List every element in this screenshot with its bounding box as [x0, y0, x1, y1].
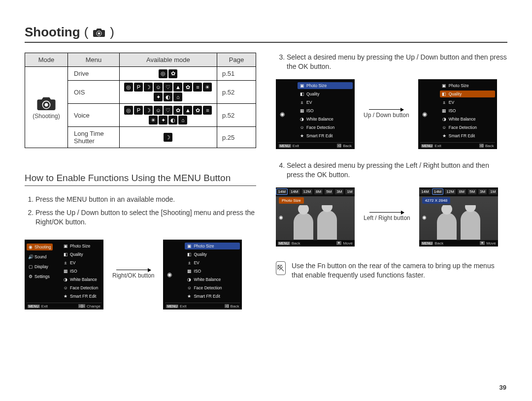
arrow-right-ok: Right/OK button	[112, 270, 154, 279]
size-strip: 14M 14M 12M 8M 5M 3M 1M	[276, 187, 355, 196]
menu-cell: OIS	[68, 81, 120, 104]
th-mode: Mode	[25, 53, 68, 67]
svg-point-3	[44, 103, 48, 107]
menu-item-smartfr: ★Smart FR Edit	[298, 132, 353, 139]
mode-caption: (Shooting)	[29, 113, 64, 120]
mode-icon: ≡	[193, 83, 202, 92]
sample-photo	[276, 205, 355, 240]
lcd-screen-c: ◉ ▣Photo Size ◧Quality ±EV ▦ISO ◑White B…	[276, 79, 355, 149]
person-icon	[317, 210, 337, 240]
arrow-label: Right/OK button	[112, 272, 154, 279]
menu-item-quality: ◧Quality	[298, 91, 353, 97]
photo-size-label: Photo Size	[279, 197, 304, 204]
tab-label: Shooting	[34, 245, 51, 249]
sample-photo	[419, 205, 498, 240]
lcd-menu-list: ▣Photo Size ◧Quality ±EV ▦ISO ◑White Bal…	[185, 243, 240, 300]
menu-item-wb: ◑White Balance	[185, 276, 240, 283]
step-1: Press the MENU button in an available mo…	[35, 195, 256, 204]
lcd-footer: MENUBack ✦Move	[419, 240, 498, 247]
size-option: 1M	[489, 189, 497, 194]
size-option: 5M	[325, 189, 333, 194]
steps-list-right: Select a desired menu by pressing the Up…	[276, 53, 507, 71]
mode-icon: P	[134, 106, 143, 115]
page-cell: p.52	[217, 81, 256, 104]
mode-cell: (Shooting)	[25, 67, 68, 148]
mode-icon: ◎	[124, 106, 133, 115]
menu-item-face: ☺Face Detection	[185, 284, 240, 291]
menu-item-face: ☺Face Detection	[298, 124, 353, 131]
mode-icon: ▲	[173, 83, 182, 92]
menu-item-iso: ▦ISO	[298, 107, 353, 114]
iso-icon: ▦	[63, 269, 68, 274]
ev-icon: ±	[63, 260, 68, 265]
camera-icon: ◉	[167, 271, 172, 278]
lcd-tab-sound: 🔊 Sound	[27, 253, 53, 260]
mode-icon: ☽	[164, 133, 172, 142]
steps-list-right-4: Select a desired menu by pressing the Le…	[276, 161, 507, 180]
menu-item-quality: ◧Quality	[185, 251, 240, 258]
tab-label: Settings	[34, 274, 50, 279]
mode-icon: ☽	[144, 83, 153, 92]
arrow-label: Up / Down button	[364, 112, 409, 119]
page-number: 39	[499, 384, 506, 391]
mode-icon: ♡	[164, 83, 172, 92]
display-icon: ▢	[28, 264, 33, 269]
size-option: 3M	[335, 189, 343, 194]
menu-item-quality: ◧Quality	[440, 91, 495, 97]
svg-point-1	[98, 32, 100, 34]
menu-item-photosize: ▣Photo Size	[185, 243, 240, 249]
menu-item-ev: ±EV	[61, 259, 101, 266]
mode-icon: ☀	[149, 116, 158, 124]
foot-change: Change	[87, 304, 100, 308]
size-option: 1M	[345, 189, 354, 194]
th-available: Available mode	[119, 53, 217, 67]
lcd-tab-shooting: ◉ Shooting	[27, 244, 53, 250]
gear-icon: ⚙	[28, 274, 33, 279]
arrow-up-down: Up / Down button	[364, 109, 409, 119]
section-heading: How to Enable Functions Using the MENU B…	[25, 173, 256, 184]
size-option: 12M	[445, 189, 456, 194]
lcd-group-step2: ◉ Shooting 🔊 Sound ▢ Display ⚙	[25, 240, 256, 309]
mode-icon: P	[134, 83, 143, 92]
lcd-footer: MENUExit ◁Back	[420, 142, 495, 148]
face-icon: ☺	[63, 285, 68, 290]
th-menu: Menu	[68, 53, 120, 67]
speaker-icon: 🔊	[28, 254, 33, 259]
menu-item-photosize: ▣Photo Size	[440, 82, 495, 89]
lcd-screen-d: ◉ ▣Photo Size ◧Quality ±EV ▦ISO ◑White B…	[418, 79, 497, 149]
size-option: 5M	[468, 189, 476, 194]
steps-list-left: Press the MENU button in an available mo…	[25, 195, 256, 227]
menu-item-wb: ◑White Balance	[440, 116, 495, 123]
mode-icon: ⌂	[173, 93, 182, 101]
menu-item-smartfr: ★Smart FR Edit	[440, 132, 495, 139]
lcd-menu-list: ▣Photo Size ◧Quality ±EV ▦ISO ◑White Bal…	[61, 243, 101, 300]
mode-icon: ♡	[164, 106, 172, 115]
page-cell: p.51	[217, 67, 256, 81]
menu-cell: Voice	[68, 104, 120, 127]
mode-icon: ≡	[203, 106, 212, 115]
size-option: 14M	[276, 189, 287, 194]
lcd-screen-a: ◉ Shooting 🔊 Sound ▢ Display ⚙	[25, 240, 103, 309]
menu-item-wb: ◑White Balance	[298, 116, 353, 123]
menu-cell: Long Time Shutter	[68, 127, 120, 148]
right-column: Select a desired menu by pressing the Up…	[276, 53, 507, 309]
size-option: 3M	[478, 189, 487, 194]
nav-key: ◁▷	[78, 304, 85, 308]
arrow-label: Left / Right button	[364, 215, 410, 221]
mode-icon: ◎	[159, 69, 167, 78]
manual-page: Shooting ( ) Mode Menu Available mode Pa…	[0, 0, 532, 401]
mode-icon: ✦	[154, 93, 163, 101]
resolution-label: 4272 X 2848	[422, 197, 450, 204]
mode-icon: ✿	[183, 83, 192, 92]
arrow-icon	[369, 212, 404, 213]
avail-cell-voice: ◎ P ☽ ☺ ♡ ✿ ▲ ✿ ≡ ☀ ✦ ◐	[119, 104, 217, 127]
menu-item-iso: ▦ISO	[185, 268, 240, 275]
tab-label: Sound	[34, 254, 47, 259]
mode-icon: ⌂	[178, 116, 187, 124]
avail-cell-ois: ◎ P ☽ ☺ ♡ ▲ ✿ ≡ ☀ ✦ ◐ ⌂	[119, 81, 217, 104]
menu-item-ev: ±EV	[298, 99, 353, 106]
menu-item-face: ☺Face Detection	[61, 284, 101, 291]
section-rule	[25, 185, 256, 186]
size-option: 8M	[458, 189, 466, 194]
arrow-icon	[369, 109, 403, 110]
